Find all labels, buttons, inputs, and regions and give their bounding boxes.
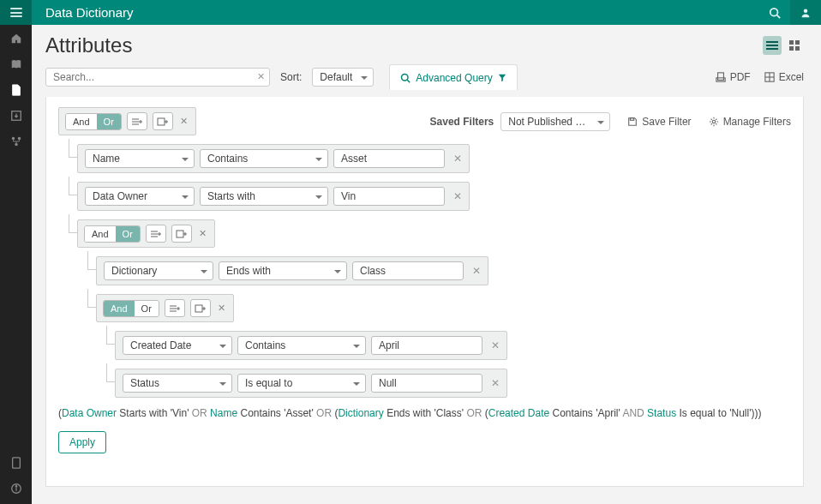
value-input[interactable]: [371, 336, 482, 355]
and-button[interactable]: And: [85, 226, 116, 242]
add-group-button[interactable]: [153, 112, 173, 130]
delete-group-icon[interactable]: ✕: [178, 116, 189, 127]
menu-toggle[interactable]: [0, 0, 32, 25]
manage-filters-link[interactable]: Manage Filters: [709, 116, 791, 128]
svg-rect-23: [717, 73, 723, 81]
download-icon[interactable]: [9, 109, 23, 123]
logic-toggle[interactable]: And Or: [103, 300, 159, 317]
svg-rect-51: [195, 305, 202, 312]
user-icon[interactable]: [790, 0, 821, 25]
or-button[interactable]: Or: [135, 301, 159, 316]
svg-rect-36: [631, 117, 634, 120]
advanced-query-tab[interactable]: Advanced Query: [389, 64, 517, 90]
svg-rect-10: [12, 458, 20, 468]
svg-line-1: [777, 15, 781, 18]
svg-rect-20: [795, 46, 800, 51]
value-input[interactable]: [333, 149, 445, 168]
delete-rule-icon[interactable]: ✕: [453, 190, 462, 202]
svg-rect-15: [766, 45, 778, 46]
home-icon[interactable]: [9, 32, 23, 45]
field-select[interactable]: Dictionary: [104, 261, 213, 280]
value-input[interactable]: [352, 261, 464, 280]
search-icon[interactable]: [759, 0, 790, 25]
rule-row: Name Contains ✕: [77, 144, 470, 173]
delete-group-icon[interactable]: ✕: [197, 228, 208, 239]
rule-row: Status Is equal to ✕: [115, 369, 507, 398]
add-rule-button[interactable]: [165, 299, 185, 317]
rule-row: Dictionary Ends with ✕: [96, 256, 488, 285]
svg-point-21: [402, 74, 409, 81]
operator-select[interactable]: Is equal to: [237, 374, 366, 393]
main-area: Attributes ✕ Sort: Default Advanced Quer…: [32, 25, 821, 504]
and-button[interactable]: And: [66, 114, 97, 129]
save-filter-link[interactable]: Save Filter: [627, 116, 691, 128]
device-icon[interactable]: [9, 456, 23, 470]
clear-search-icon[interactable]: ✕: [257, 71, 265, 82]
add-group-button[interactable]: [171, 225, 192, 243]
export-excel[interactable]: Excel: [764, 71, 804, 83]
delete-group-icon[interactable]: ✕: [216, 303, 227, 314]
field-select[interactable]: Status: [123, 374, 232, 393]
side-nav: [0, 25, 32, 504]
svg-point-7: [11, 137, 15, 141]
search-box: ✕: [45, 68, 270, 87]
and-button[interactable]: And: [104, 301, 135, 316]
nodes-icon[interactable]: [9, 135, 23, 148]
apply-button[interactable]: Apply: [58, 431, 106, 453]
operator-select[interactable]: Contains: [237, 336, 366, 355]
svg-rect-5: [14, 92, 17, 93]
svg-rect-14: [766, 41, 778, 43]
add-rule-button[interactable]: [146, 225, 166, 243]
svg-point-13: [15, 486, 16, 487]
delete-rule-icon[interactable]: ✕: [491, 377, 500, 389]
operator-select[interactable]: Starts with: [200, 187, 328, 206]
svg-rect-33: [158, 118, 165, 125]
field-select[interactable]: Data Owner: [85, 187, 195, 206]
root-logic-toggle[interactable]: And Or: [65, 113, 122, 130]
query-summary: (Data Owner Starts with 'Vin' OR Name Co…: [58, 406, 791, 421]
svg-point-9: [15, 143, 18, 147]
svg-rect-17: [789, 40, 794, 45]
or-button[interactable]: Or: [97, 114, 121, 129]
rule-row: Data Owner Starts with ✕: [77, 182, 470, 211]
page-title: Attributes: [45, 33, 132, 57]
add-rule-button[interactable]: [127, 112, 147, 130]
grid-view-button[interactable]: [785, 36, 804, 55]
svg-rect-43: [177, 231, 183, 237]
svg-point-0: [770, 8, 778, 15]
value-input[interactable]: [333, 187, 445, 206]
logic-toggle[interactable]: And Or: [84, 225, 141, 243]
delete-rule-icon[interactable]: ✕: [453, 153, 462, 165]
app-title: Data Dictionary: [45, 5, 134, 20]
saved-filters-dropdown[interactable]: Not Published …: [500, 112, 610, 131]
svg-point-37: [712, 120, 715, 123]
saved-filters-label: Saved Filters: [430, 116, 494, 128]
svg-rect-16: [766, 48, 778, 50]
advanced-query-label: Advanced Query: [416, 72, 492, 84]
sort-label: Sort:: [280, 71, 302, 83]
operator-select[interactable]: Contains: [200, 149, 328, 168]
list-view-button[interactable]: [763, 36, 782, 55]
sort-dropdown[interactable]: Default: [312, 68, 374, 87]
delete-rule-icon[interactable]: ✕: [472, 265, 481, 277]
svg-line-22: [408, 80, 410, 82]
svg-rect-4: [14, 90, 18, 91]
controls-row: ✕ Sort: Default Advanced Query PDF Excel: [32, 57, 821, 97]
field-select[interactable]: Created Date: [123, 336, 232, 355]
svg-point-8: [17, 137, 21, 141]
search-input[interactable]: [45, 68, 270, 87]
svg-rect-19: [789, 46, 794, 51]
value-input[interactable]: [371, 374, 482, 393]
operator-select[interactable]: Ends with: [219, 261, 347, 280]
book-icon[interactable]: [9, 57, 23, 71]
export-pdf[interactable]: PDF: [716, 71, 751, 83]
query-panel: And Or ✕ Saved Filters Not Published … S…: [45, 97, 804, 487]
add-group-button[interactable]: [190, 299, 211, 317]
field-select[interactable]: Name: [85, 149, 195, 168]
view-toggle: [763, 36, 804, 55]
svg-rect-18: [795, 40, 800, 45]
delete-rule-icon[interactable]: ✕: [491, 339, 500, 351]
document-icon[interactable]: [9, 83, 23, 97]
info-icon[interactable]: [9, 482, 23, 495]
or-button[interactable]: Or: [116, 226, 140, 242]
